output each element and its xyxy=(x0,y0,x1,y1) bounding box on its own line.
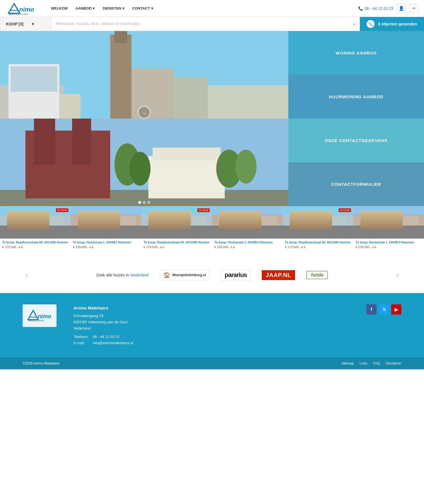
svg-rect-54 xyxy=(172,212,187,232)
property-price-0: € 179.500,- k.k. xyxy=(2,245,68,249)
location-dropdown[interactable]: PROVINCIE, PLAATS, WIJK, STRAAT OF POSTC… xyxy=(51,17,360,31)
footer: nimo MAKELAARS Animo Makelaars Emmabergw… xyxy=(0,293,424,357)
property-price-1: € 239.000,- k.k. xyxy=(73,245,139,249)
svg-rect-65 xyxy=(243,212,257,232)
svg-rect-22 xyxy=(148,156,225,198)
edit-icon: ✏ xyxy=(412,6,416,11)
woonplein-icon: 🏠 xyxy=(163,272,170,278)
funda-logo[interactable]: funda xyxy=(306,271,328,279)
svg-rect-36 xyxy=(22,224,23,229)
panel-huurwoning-aanbod[interactable]: HUURWONING AANBOD xyxy=(288,75,424,119)
footer-logo-text: nimo MAKELAARS xyxy=(25,307,54,324)
property-title-2: Te koop: Raadhuisstraat 60, 6411HN Heerl… xyxy=(144,240,210,244)
svg-rect-42 xyxy=(79,215,99,232)
hero-right-panels: WONING AANBOD HUURWONING AANBOD ONZE CON… xyxy=(288,31,424,206)
svg-rect-53 xyxy=(150,215,170,232)
panel-contactformulier[interactable]: CONTACTFORMULIER xyxy=(288,162,424,206)
nav-contact[interactable]: CONTACT xyxy=(129,5,156,12)
partner-next-button[interactable]: › xyxy=(393,268,401,282)
svg-rect-71 xyxy=(252,225,254,229)
footer-link-disclaimer[interactable]: Disclaimer xyxy=(386,361,401,365)
svg-point-81 xyxy=(319,214,328,226)
scroll-down-button[interactable]: ⌄ xyxy=(138,106,150,119)
jaap-logo[interactable]: JAAP.NL xyxy=(262,270,295,280)
svg-rect-80 xyxy=(305,224,306,229)
partner-prev-button[interactable]: ‹ xyxy=(23,268,31,282)
nav-aanbod[interactable]: AANBOD xyxy=(73,5,98,12)
property-card-5[interactable]: Te koop: Houtstraat 1, 6343BJ Klimmen € … xyxy=(353,206,424,257)
dot-1[interactable] xyxy=(138,201,141,204)
search-button[interactable]: 🔍 3 objecten gevonden xyxy=(360,17,424,31)
location-dropdown-icon xyxy=(353,22,355,26)
svg-rect-52 xyxy=(167,228,187,229)
svg-rect-58 xyxy=(163,224,165,229)
property-card-2[interactable]: Te koop: Raadhuisstraat 60, 6411HN Heerl… xyxy=(141,206,212,257)
woonplein-logo[interactable]: 🏠 Woonpleinlimburg.nl xyxy=(160,270,209,280)
user-icon: 👤 xyxy=(399,6,404,11)
svg-rect-86 xyxy=(362,215,382,232)
property-info-1: Te koop: Houtstraat 1, 6343BJ Klimmen € … xyxy=(71,239,141,257)
svg-rect-93 xyxy=(394,225,395,229)
phone-number: 📞 06 - 44 12 03 22 xyxy=(358,6,393,11)
svg-rect-29 xyxy=(0,227,71,239)
svg-text:MAKELAARS: MAKELAARS xyxy=(9,13,29,16)
svg-text:nimo: nimo xyxy=(38,313,51,319)
svg-rect-67 xyxy=(212,206,283,215)
svg-point-27 xyxy=(235,150,257,184)
svg-rect-76 xyxy=(314,212,328,232)
property-card-0[interactable]: Te koop: Raadhuisstraat 60, 6411HN Heerl… xyxy=(0,206,71,257)
carousel-dots xyxy=(138,201,150,204)
svg-rect-64 xyxy=(220,215,240,232)
property-price-3: € 239.000,- k.k. xyxy=(214,245,280,249)
svg-rect-85 xyxy=(379,228,399,229)
contact-dropdown-icon xyxy=(151,6,153,10)
footer-link-faq[interactable]: FAQ xyxy=(373,361,380,365)
property-card-3[interactable]: Te koop: Houtstraat 1, 6343BJ Klimmen € … xyxy=(212,206,283,257)
dot-2[interactable] xyxy=(143,201,146,204)
svg-rect-49 xyxy=(111,225,112,229)
footer-link-links[interactable]: Links xyxy=(360,361,367,365)
properties-section: Te koop: Raadhuisstraat 60, 6411HN Heerl… xyxy=(0,206,424,257)
youtube-button[interactable]: ▶ xyxy=(391,304,401,315)
nav-diensten[interactable]: DIENSTEN xyxy=(100,5,127,12)
result-label: 3 objecten gevonden xyxy=(378,22,417,26)
property-card-1[interactable]: Te koop: Houtstraat 1, 6343BJ Klimmen € … xyxy=(71,206,141,257)
property-info-5: Te koop: Houtstraat 1, 6343BJ Klimmen € … xyxy=(353,239,424,257)
svg-point-59 xyxy=(178,214,187,226)
property-title-3: Te koop: Houtstraat 1, 6343BJ Klimmen xyxy=(214,240,280,244)
user-button[interactable]: 👤 xyxy=(397,4,406,13)
copyright: ©2025 Animo Makelaars xyxy=(23,361,60,365)
svg-rect-33 xyxy=(48,216,65,232)
footer-link-sitemap[interactable]: Sitemap xyxy=(341,361,354,365)
sold-badge-4: TE KOOP xyxy=(339,208,351,212)
property-card-4[interactable]: Te koop: Raadhuisstraat 60, 6411HN Heerl… xyxy=(283,206,353,257)
svg-rect-66 xyxy=(260,216,277,232)
panel-contactgegevens[interactable]: ONZE CONTACTGEGEVENS xyxy=(288,119,424,162)
property-title-1: Te koop: Houtstraat 1, 6343BJ Klimmen xyxy=(73,240,139,244)
footer-bottom: ©2025 Animo Makelaars SitemapLinksFAQDis… xyxy=(0,357,424,369)
dot-3[interactable] xyxy=(147,201,150,204)
logo[interactable]: nimo MAKELAARS xyxy=(6,1,37,16)
svg-rect-41 xyxy=(96,228,116,229)
twitter-button[interactable]: 𝕏 xyxy=(379,304,389,315)
nav-welkom[interactable]: WELKOM xyxy=(48,5,70,12)
footer-phone: Telefoon: 06 - 44 12 03 22 xyxy=(73,334,349,340)
property-type-dropdown[interactable]: KOOP [3] xyxy=(0,17,51,31)
svg-rect-8 xyxy=(114,31,127,43)
svg-point-57 xyxy=(162,222,166,226)
pararius-logo[interactable]: pararius xyxy=(221,269,250,281)
svg-point-79 xyxy=(303,222,307,226)
partners-section: ‹ Zoek alle huizen in Nederland 🏠 Woonpl… xyxy=(0,257,424,293)
facebook-button[interactable]: f xyxy=(366,304,377,315)
edit-button[interactable]: ✏ xyxy=(409,4,418,13)
svg-rect-84 xyxy=(353,227,424,239)
property-price-4: € 179.500,- k.k. xyxy=(285,245,351,249)
svg-rect-63 xyxy=(237,228,257,229)
hero-image-top xyxy=(0,31,288,119)
nav-right: 📞 06 - 44 12 03 22 👤 ✏ xyxy=(358,4,418,13)
panel-woning-aanbod[interactable]: WONING AANBOD xyxy=(288,31,424,75)
property-info-0: Te koop: Raadhuisstraat 60, 6411HN Heerl… xyxy=(0,239,71,257)
property-info-4: Te koop: Raadhuisstraat 60, 6411HN Heerl… xyxy=(283,239,353,257)
svg-rect-91 xyxy=(375,224,377,229)
property-title-4: Te koop: Raadhuisstraat 60, 6411HN Heerl… xyxy=(285,240,351,244)
